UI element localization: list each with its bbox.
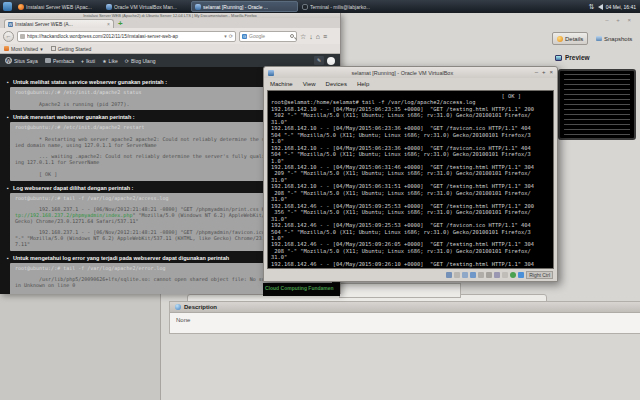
wp-like[interactable]: ★ Like <box>102 58 118 64</box>
vm-menubar: Machine View Devices Help <box>264 78 557 90</box>
wp-blog-ulang[interactable]: ⟳ Blog Ulang <box>125 58 156 64</box>
search-input[interactable]: G Google <box>239 31 297 42</box>
tab-title: Instalasi Server WEB (A... <box>15 21 105 27</box>
vm-guest-screen[interactable]: [ OK ] root@selamat:/home/selamat# tail … <box>267 90 554 269</box>
video-capture-icon[interactable] <box>502 272 508 278</box>
tab-close-icon[interactable]: × <box>107 21 110 27</box>
vm-statusbar: Right Ctrl <box>264 269 557 281</box>
description-value: None <box>170 313 640 327</box>
preview-header: Preview <box>555 54 590 61</box>
menu-view[interactable]: View <box>303 81 316 87</box>
menu-machine[interactable]: Machine <box>270 81 293 87</box>
terminal-icon <box>302 4 308 10</box>
preview-terminal-rows <box>564 74 630 135</box>
host-key-label: Right Ctrl <box>526 271 553 279</box>
hard-disk-icon[interactable] <box>446 272 452 278</box>
like-star-icon: ★ <box>102 58 106 64</box>
taskbar-window-terminal[interactable]: Terminal - milis@labjarko... <box>299 1 391 12</box>
monitor-icon <box>555 55 562 61</box>
tab-favicon: W <box>8 22 13 27</box>
taskbar-window-vm-selamat[interactable]: selamat [Running] - Oracle ... <box>191 1 298 12</box>
background-terminal-strip[interactable]: Cloud Computing Fundamen <box>263 283 340 296</box>
guest-terminal-output: [ OK ] root@selamat:/home/selamat# tail … <box>271 93 550 269</box>
close-button[interactable]: × <box>549 68 553 77</box>
taskbar-window-firefox[interactable]: Instalasi Server WEB (Apac... <box>15 1 102 12</box>
mouse-integration-icon[interactable] <box>510 272 516 278</box>
snapshots-camera-icon <box>596 36 602 41</box>
network-icon[interactable] <box>470 272 476 278</box>
getting-started-icon <box>51 46 56 51</box>
new-post-pencil-icon[interactable]: ✎ <box>314 56 324 65</box>
most-visited-grid-icon <box>4 46 9 51</box>
tab-bar: W Instalasi Server WEB (A... × + <box>0 18 340 28</box>
menu-icon[interactable]: ≡ <box>323 31 327 42</box>
wp-pembaca[interactable]: Pembaca <box>45 58 74 64</box>
site-identity-icon[interactable] <box>20 34 25 39</box>
display-icon[interactable] <box>494 272 500 278</box>
vm-window-title: selamat [Running] - Oracle VM VirtualBox <box>274 70 531 76</box>
url-dropdown-icon[interactable]: ▾ <box>224 33 227 39</box>
wordpress-logo-icon: W <box>5 57 12 64</box>
new-tab-button[interactable]: + <box>118 19 123 28</box>
comment-bubble-icon <box>175 304 181 310</box>
description-panel: Description None <box>169 301 640 334</box>
system-tray: ⇅ 04 Mei, 16:41 <box>589 3 640 10</box>
navigation-toolbar: ← https://hackandlock.wordpress.com/2012… <box>0 28 340 44</box>
virtualbox-icon <box>106 4 112 10</box>
optical-drive-icon[interactable] <box>454 272 460 278</box>
chevron-down-icon: ▾ <box>40 46 43 52</box>
download-icon[interactable]: ↓ <box>309 31 313 42</box>
taskbar-window-vbox-manager[interactable]: Oracle VM VirtualBox Man... <box>103 1 190 12</box>
snapshots-button[interactable]: Snapshots <box>592 32 636 45</box>
usb-icon[interactable] <box>478 272 484 278</box>
bookmark-most-visited[interactable]: Most Visited ▾ <box>4 46 43 52</box>
virtualbox-icon <box>195 4 201 10</box>
search-icon[interactable] <box>290 34 294 38</box>
details-button[interactable]: Details <box>552 32 588 45</box>
firefox-icon <box>18 4 24 10</box>
clock: 04 Mei, 16:41 <box>606 4 636 10</box>
browser-tab[interactable]: W Instalasi Server WEB (A... × <box>4 19 114 28</box>
audio-icon[interactable] <box>462 272 468 278</box>
reload-icon[interactable]: ⟳ <box>229 33 233 39</box>
bookmark-getting-started[interactable]: Getting Started <box>51 46 92 52</box>
details-gear-icon <box>557 36 563 42</box>
bookmarks-toolbar: Most Visited ▾ Getting Started <box>0 44 340 54</box>
description-header: Description <box>170 302 640 313</box>
url-text: https://hackandlock.wordpress.com/2012/1… <box>27 34 222 39</box>
vm-titlebar[interactable]: selamat [Running] - Oracle VM VirtualBox… <box>264 67 557 78</box>
background-window-edge <box>339 283 461 298</box>
home-icon[interactable]: ⌂ <box>316 31 320 42</box>
back-button[interactable]: ← <box>3 31 14 42</box>
maximize-button[interactable]: + <box>542 68 546 77</box>
avatar[interactable] <box>327 57 335 65</box>
manager-window-controls[interactable]: ‒ + × <box>605 17 634 23</box>
menu-devices[interactable]: Devices <box>326 81 347 87</box>
volume-icon[interactable] <box>598 4 603 10</box>
applications-menu-icon[interactable] <box>3 2 12 11</box>
bookmark-star-icon[interactable]: ☆ <box>300 31 306 42</box>
reader-icon <box>45 58 51 63</box>
keyboard-icon[interactable] <box>518 272 524 278</box>
wp-ikuti[interactable]: + Ikuti <box>81 58 95 64</box>
shared-folders-icon[interactable] <box>486 272 492 278</box>
url-bar[interactable]: https://hackandlock.wordpress.com/2012/1… <box>17 31 236 42</box>
vm-preview-thumbnail <box>558 69 636 140</box>
search-engine-icon[interactable]: G <box>242 34 247 39</box>
vm-window: selamat [Running] - Oracle VM VirtualBox… <box>263 66 558 282</box>
network-icon[interactable]: ⇅ <box>589 3 595 10</box>
follow-plus-icon: + <box>81 58 84 64</box>
minimize-button[interactable]: ‒ <box>535 68 538 77</box>
menu-help[interactable]: Help <box>357 81 369 87</box>
search-engine-label: Google <box>249 33 265 39</box>
taskbar: Instalasi Server WEB (Apac... Oracle VM … <box>0 0 640 13</box>
desktop: ‒ + × Details Snapshots Preview Descript… <box>0 0 640 400</box>
reblog-icon: ⟳ <box>125 58 129 64</box>
wp-situs-saya[interactable]: W Situs Saya <box>5 57 38 64</box>
